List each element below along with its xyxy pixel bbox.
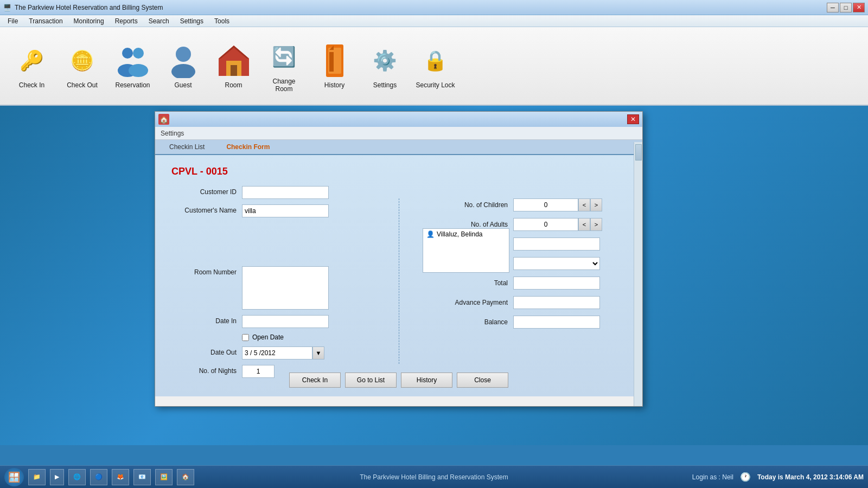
history-button[interactable]: History bbox=[401, 373, 452, 388]
name-suggestion-dropdown[interactable]: 👤 Villaluz, Belinda bbox=[423, 228, 509, 273]
tab-checkin-form[interactable]: Checkin Form bbox=[218, 141, 278, 153]
adults-decrement-button[interactable]: < bbox=[578, 218, 590, 231]
customer-name-input[interactable] bbox=[242, 204, 329, 217]
room-icon bbox=[216, 43, 251, 78]
scrollbar-thumb[interactable] bbox=[635, 144, 642, 160]
reservation-icon bbox=[116, 43, 150, 78]
toolbar-checkout-button[interactable]: 🪙 Check Out bbox=[59, 32, 105, 100]
menu-transaction[interactable]: Transaction bbox=[23, 16, 68, 26]
checkin-button[interactable]: Check In bbox=[289, 373, 341, 388]
customer-id-input[interactable] bbox=[242, 186, 329, 199]
date-in-input[interactable] bbox=[242, 315, 329, 328]
advance-payment-row: Advance Payment bbox=[426, 296, 660, 309]
taskbar-photo-button[interactable]: 🖼️ bbox=[155, 469, 173, 485]
toolbar-room-button[interactable]: Room bbox=[210, 32, 257, 100]
tab-checkin-list[interactable]: Checkin List bbox=[161, 141, 213, 153]
no-children-input[interactable] bbox=[513, 198, 578, 211]
close-btn-label: Close bbox=[474, 376, 491, 384]
taskbar-mail-button[interactable]: 📧 bbox=[133, 469, 151, 485]
taskbar-home-button[interactable]: 🏠 bbox=[177, 469, 194, 485]
close-button[interactable]: Close bbox=[457, 373, 508, 388]
desktop: 🏠 ✕ Settings Checkin List Checkin Form C… bbox=[0, 106, 868, 445]
no-adults-input[interactable] bbox=[513, 218, 578, 231]
dialog-titlebar: 🏠 ✕ bbox=[155, 112, 642, 127]
taskbar-firefox-button[interactable]: 🦊 bbox=[112, 469, 129, 485]
taskbar-folder-button[interactable]: 📁 bbox=[28, 469, 46, 485]
go-to-list-button[interactable]: Go to List bbox=[345, 373, 397, 388]
children-increment-button[interactable]: > bbox=[590, 198, 602, 211]
customer-name-label: Customer's Name bbox=[171, 204, 242, 214]
form-area: CPVL - 0015 Customer ID Customer's Name … bbox=[155, 155, 642, 396]
open-date-label: Open Date bbox=[252, 333, 284, 341]
total-input[interactable] bbox=[513, 277, 600, 290]
advance-payment-input[interactable] bbox=[513, 296, 600, 309]
reservation-label: Reservation bbox=[115, 81, 150, 89]
customer-id-label: Customer ID bbox=[171, 186, 242, 196]
balance-row: Balance bbox=[426, 316, 660, 329]
menu-bar: File Transaction Monitoring Reports Sear… bbox=[0, 15, 868, 27]
settings-icon: ⚙️ bbox=[368, 43, 403, 78]
toolbar-history-button[interactable]: History bbox=[311, 32, 358, 100]
start-button[interactable]: 🪟 bbox=[4, 468, 24, 486]
app-icon: 🖥️ bbox=[3, 4, 11, 11]
toolbar-changeroom-button[interactable]: 🔄 Change Room bbox=[261, 32, 307, 100]
window-close-button[interactable]: ✕ bbox=[853, 3, 865, 12]
date-out-label: Date Out bbox=[171, 346, 242, 356]
title-bar: 🖥️ The Parkview Hotel Reservation and Bi… bbox=[0, 0, 868, 15]
history-btn-label: History bbox=[417, 376, 437, 384]
taskbar-center-status: The Parkview Hotel Billing and Reservati… bbox=[360, 473, 508, 481]
customer-id-row: Customer ID bbox=[171, 186, 626, 199]
menu-file[interactable]: File bbox=[2, 16, 23, 26]
svg-point-0 bbox=[122, 48, 133, 59]
toolbar-reservation-button[interactable]: Reservation bbox=[110, 32, 156, 100]
title-bar-left: 🖥️ The Parkview Hotel Reservation and Bi… bbox=[3, 4, 163, 11]
discount-type-select[interactable] bbox=[513, 257, 600, 270]
suggestion-item[interactable]: 👤 Villaluz, Belinda bbox=[423, 229, 509, 240]
open-date-checkbox[interactable] bbox=[242, 334, 249, 341]
toolbar-guest-button[interactable]: Guest bbox=[160, 32, 206, 100]
adults-increment-button[interactable]: > bbox=[590, 218, 602, 231]
maximize-button[interactable]: □ bbox=[840, 3, 852, 12]
checkin-label: Check In bbox=[19, 81, 44, 89]
menu-search[interactable]: Search bbox=[143, 16, 175, 26]
checkin-icon: 🔑 bbox=[15, 43, 49, 78]
menu-tools[interactable]: Tools bbox=[209, 16, 235, 26]
form-divider bbox=[399, 198, 399, 364]
dialog-scrollbar[interactable] bbox=[634, 142, 642, 406]
room-number-input[interactable] bbox=[242, 266, 329, 310]
taskbar-ie-button[interactable]: 🔵 bbox=[90, 469, 107, 485]
svg-point-3 bbox=[129, 64, 148, 77]
toolbar-securitylock-button[interactable]: 🔒 Security Lock bbox=[412, 32, 458, 100]
window-title: The Parkview Hotel Reservation and Billi… bbox=[15, 4, 163, 11]
settings-label: Settings bbox=[373, 81, 397, 89]
form-buttons: Check In Go to List History Close bbox=[155, 373, 642, 388]
menu-monitoring[interactable]: Monitoring bbox=[68, 16, 110, 26]
children-decrement-button[interactable]: < bbox=[578, 198, 590, 211]
menu-reports[interactable]: Reports bbox=[110, 16, 143, 26]
date-out-input[interactable] bbox=[242, 346, 312, 359]
dialog-home-icon: 🏠 bbox=[158, 114, 169, 125]
svg-point-4 bbox=[176, 47, 191, 62]
checkin-btn-label: Check In bbox=[302, 376, 328, 384]
minimize-button[interactable]: ─ bbox=[827, 3, 839, 12]
toolbar-settings-button[interactable]: ⚙️ Settings bbox=[362, 32, 408, 100]
securitylock-label: Security Lock bbox=[416, 81, 455, 89]
taskbar-left: 🪟 📁 ▶ 🌐 🔵 🦊 📧 🖼️ 🏠 bbox=[4, 468, 194, 486]
no-adults-label: No. of Adults bbox=[426, 221, 513, 228]
suggestion-text: Villaluz, Belinda bbox=[437, 230, 483, 238]
go-to-list-btn-label: Go to List bbox=[357, 376, 385, 384]
guest-icon bbox=[166, 43, 201, 78]
balance-input[interactable] bbox=[513, 316, 600, 329]
dialog-close-button[interactable]: ✕ bbox=[627, 114, 639, 124]
taskbar: 🪟 📁 ▶ 🌐 🔵 🦊 📧 🖼️ 🏠 The Parkview Hotel Bi… bbox=[0, 465, 868, 488]
menu-settings[interactable]: Settings bbox=[175, 16, 209, 26]
sub-total-input[interactable] bbox=[513, 237, 600, 251]
svg-rect-8 bbox=[231, 65, 237, 76]
title-bar-controls: ─ □ ✕ bbox=[827, 3, 865, 12]
taskbar-play-button[interactable]: ▶ bbox=[50, 469, 64, 485]
dialog-settings-label: Settings bbox=[161, 130, 184, 137]
toolbar-checkin-button[interactable]: 🔑 Check In bbox=[9, 32, 55, 100]
total-row: Total bbox=[426, 277, 660, 290]
taskbar-chrome-button[interactable]: 🌐 bbox=[68, 469, 86, 485]
date-out-dropdown-button[interactable]: ▼ bbox=[312, 346, 324, 359]
